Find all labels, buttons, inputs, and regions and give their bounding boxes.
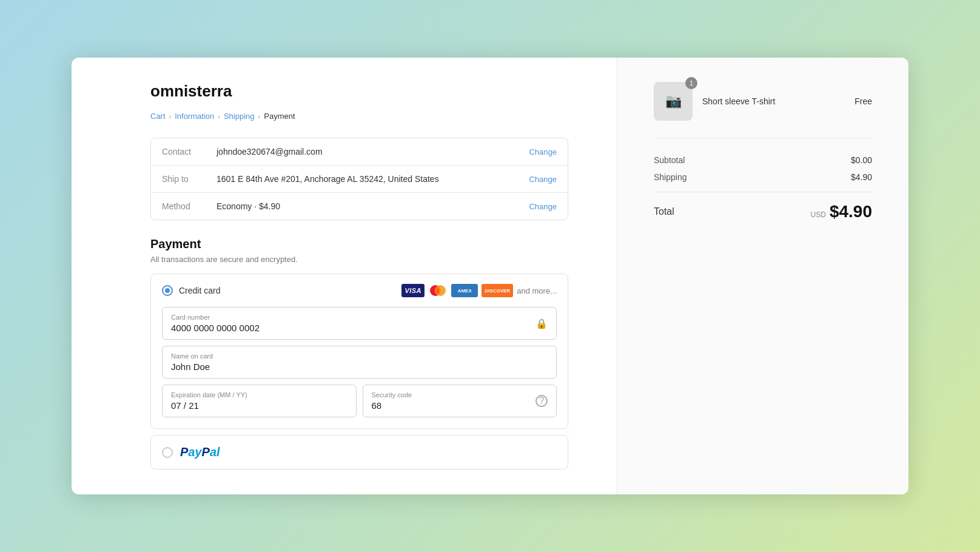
breadcrumb-payment: Payment [264, 112, 295, 121]
main-window: omnisterra Cart › Information › Shipping… [72, 58, 908, 494]
paypal-p: P [180, 445, 188, 459]
subtotal-label: Subtotal [654, 155, 685, 165]
paypal-p2: ay [188, 445, 201, 459]
name-on-card-label: Name on card [171, 352, 548, 360]
credit-card-option[interactable]: Credit card VISA AMEX [150, 274, 568, 429]
payment-section: Payment All transactions are secure and … [150, 237, 568, 470]
ship-change-link[interactable]: Change [529, 175, 557, 184]
paypal-word2: al [210, 445, 220, 459]
help-icon[interactable]: ? [535, 395, 548, 407]
card-logos: VISA AMEX DISCOVER and more... [401, 284, 557, 297]
total-value-group: USD $4.90 [811, 202, 872, 221]
more-cards-text: and more... [517, 286, 557, 295]
camera-icon: 📷 [665, 93, 682, 109]
product-badge: 1 [685, 77, 697, 89]
card-number-value: 4000 0000 0000 0002 [171, 323, 548, 333]
credit-card-left: Credit card [162, 285, 220, 296]
method-row: Method Economy · $4.90 Change [151, 193, 568, 220]
breadcrumb-sep-1: › [169, 113, 172, 120]
name-on-card-value: John Doe [171, 362, 548, 372]
paypal-logo: PayPal [180, 445, 220, 459]
total-label: Total [654, 206, 674, 217]
subtotal-value: $0.00 [851, 155, 872, 165]
discover-logo: DISCOVER [482, 284, 513, 297]
expiry-field[interactable]: Expiration date (MM / YY) 07 / 21 [162, 385, 357, 417]
left-panel: omnisterra Cart › Information › Shipping… [72, 58, 617, 494]
brand-name: omnisterra [150, 82, 568, 101]
paypal-word: P [202, 445, 210, 459]
card-form: Card number 4000 0000 0000 0002 🔒 Name o… [151, 307, 568, 428]
right-panel: 1 📷 Short sleeve T-shirt Free Subtotal $… [617, 58, 908, 494]
ship-label: Ship to [162, 174, 216, 184]
product-name: Short sleeve T-shirt [702, 96, 845, 106]
name-on-card-field[interactable]: Name on card John Doe [162, 346, 557, 379]
method-label: Method [162, 201, 216, 211]
breadcrumb-information[interactable]: Information [175, 112, 214, 121]
credit-card-header[interactable]: Credit card VISA AMEX [151, 274, 568, 307]
total-row: Total USD $4.90 [654, 202, 872, 221]
contact-label: Contact [162, 147, 216, 157]
card-number-label: Card number [171, 314, 548, 321]
product-price: Free [854, 96, 872, 106]
security-code-value: 68 [372, 400, 548, 411]
card-number-field[interactable]: Card number 4000 0000 0000 0002 🔒 [162, 307, 557, 340]
mastercard-logo [428, 284, 448, 297]
amex-logo: AMEX [451, 284, 478, 297]
breadcrumb: Cart › Information › Shipping › Payment [150, 112, 568, 121]
contact-value: johndoe320674@gmail.com [216, 147, 529, 157]
lock-icon: 🔒 [535, 318, 548, 329]
summary-divider [654, 192, 872, 192]
payment-title: Payment [150, 237, 568, 251]
shipping-label: Shipping [654, 172, 687, 182]
contact-change-link[interactable]: Change [529, 147, 557, 157]
total-currency: USD [811, 210, 826, 219]
method-value: Economy · $4.90 [216, 201, 529, 211]
security-code-label: Security code [372, 391, 548, 399]
breadcrumb-sep-3: › [258, 113, 261, 120]
paypal-radio[interactable] [162, 447, 173, 458]
ship-row: Ship to 1601 E 84th Ave #201, Anchorage … [151, 166, 568, 193]
credit-card-radio[interactable] [162, 285, 173, 296]
breadcrumb-sep-2: › [218, 113, 220, 120]
total-amount: $4.90 [830, 202, 872, 221]
expiry-label: Expiration date (MM / YY) [171, 391, 347, 399]
visa-logo: VISA [401, 284, 425, 297]
breadcrumb-cart[interactable]: Cart [150, 112, 166, 121]
paypal-option[interactable]: PayPal [150, 435, 568, 470]
payment-subtitle: All transactions are secure and encrypte… [150, 255, 568, 264]
breadcrumb-shipping[interactable]: Shipping [224, 112, 255, 121]
shipping-value: $4.90 [851, 172, 872, 182]
contact-row: Contact johndoe320674@gmail.com Change [151, 138, 568, 166]
expiry-value: 07 / 21 [171, 400, 347, 411]
credit-card-label: Credit card [179, 286, 220, 295]
ship-value: 1601 E 84th Ave #201, Anchorage AL 35242… [216, 174, 529, 184]
product-row: 1 📷 Short sleeve T-shirt Free [654, 82, 872, 138]
method-change-link[interactable]: Change [529, 202, 557, 211]
info-box: Contact johndoe320674@gmail.com Change S… [150, 138, 568, 220]
product-image: 1 📷 [654, 82, 693, 121]
shipping-row: Shipping $4.90 [654, 172, 872, 182]
subtotal-row: Subtotal $0.00 [654, 155, 872, 165]
security-code-field[interactable]: Security code 68 ? [363, 385, 557, 417]
expiry-security-row: Expiration date (MM / YY) 07 / 21 Securi… [162, 385, 557, 417]
